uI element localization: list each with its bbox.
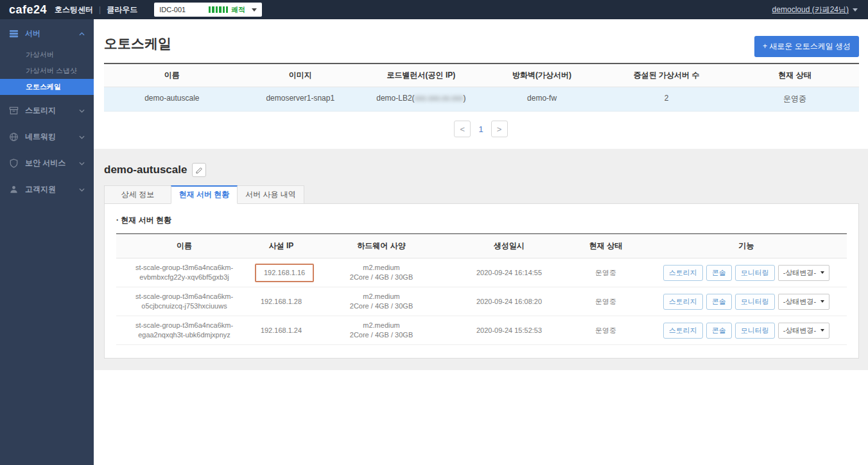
sidebar-item-label: 보안 서비스 [25,158,65,169]
console-button[interactable]: 콘솔 [706,323,732,339]
monitoring-button[interactable]: 모니터링 [735,265,775,281]
chevron-down-icon [79,162,85,165]
col-loadbalancer: 로드밸런서(공인 IP) [361,64,482,87]
cell-private-ip: 192.168.1.24 [252,321,310,340]
rename-button[interactable] [192,163,206,177]
detail-tabs: 상세 정보 현재 서버 현황 서버 사용 내역 [104,185,859,203]
cell-name: st-scale-group-t3m6a4nca6km-evbmbxcfg22y… [116,258,252,287]
monitoring-button[interactable]: 모니터링 [735,323,775,339]
topbar: cafe24 호스팅센터 | 클라우드 IDC-001 쾌적 democloud… [0,0,868,19]
main-content: 오토스케일 + 새로운 오토스케일 생성 이름 이미지 로드밸런서(공인 IP)… [94,19,868,465]
cell-created: 2020-09-24 16:14:55 [453,264,566,282]
sidebar-item-server[interactable]: 서버 [0,19,94,47]
chevron-down-icon [252,8,257,12]
cell-hardware: m2.medium2Core / 4GB / 30GB [310,316,453,344]
chevron-up-icon [79,32,85,36]
cell-created: 2020-09-24 16:08:20 [453,292,566,311]
cell-functions: 스토리지 콘솔 모니터링 -상태변경- [646,318,847,343]
idc-zone-select[interactable]: IDC-001 쾌적 [154,3,262,17]
hw-type: m2.medium [363,321,399,329]
chevron-down-icon [79,135,85,139]
topbar-divider: | [99,5,101,14]
sidebar-item-customer-support[interactable]: 고객지원 [0,176,94,203]
server-table: 이름 사설 IP 하드웨어 사양 생성일시 현재 상태 기능 st-scale-… [116,233,847,345]
sidebar-item-virtual-server-snapshot[interactable]: 가상서버 스냅샷 [0,63,94,79]
sidebar: 서버 가상서버 가상서버 스냅샷 오토스케일 스토리지 네트워킹 보안 서비스 [0,19,94,465]
hosting-center-link[interactable]: 호스팅센터 [55,4,93,15]
autoscale-table: 이름 이미지 로드밸런서(공인 IP) 방화벽(가상서버) 증설된 가상서버 수… [104,63,859,112]
tab-panel: · 현재 서버 현황 이름 사설 IP 하드웨어 사양 생성일시 현재 상태 기… [104,203,859,359]
hw-spec: 2Core / 4GB / 30GB [350,273,413,281]
col-name: 이름 [104,64,240,87]
monitoring-button[interactable]: 모니터링 [735,294,775,310]
sidebar-item-virtual-server[interactable]: 가상서버 [0,47,94,63]
cell-name: demo-autuscale [104,87,240,111]
status-change-label: -상태변경- [783,297,816,307]
person-icon [9,185,19,194]
chevron-down-icon [820,300,824,303]
col-hardware: 하드웨어 사양 [310,234,453,258]
server-name-line2: o5cjbcnuizcq-j753hxciuuws [141,302,227,310]
server-name-line2: evbmbxcfg22y-xqv6bf5gxb3j [139,273,229,281]
detail-title: demo-autuscale [104,164,187,176]
storage-button[interactable]: 스토리지 [663,294,703,310]
current-page[interactable]: 1 [478,124,483,134]
account-label: democloud (카페24님) [772,4,849,15]
storage-button[interactable]: 스토리지 [663,323,703,339]
detail-section: demo-autuscale 상세 정보 현재 서버 현황 서버 사용 내역 ·… [94,149,868,370]
sidebar-item-label: 고객지원 [25,184,56,195]
console-button[interactable]: 콘솔 [706,265,732,281]
col-status: 현재 상태 [731,64,859,87]
server-name-line2: egaa2nqxqh3t-ubk6dmjxpnyz [138,331,230,339]
server-name-line1: st-scale-group-t3m6a4nca6km- [135,292,233,300]
server-row: st-scale-group-t3m6a4nca6km-egaa2nqxqh3t… [116,316,847,345]
server-row: st-scale-group-t3m6a4nca6km-o5cjbcnuizcq… [116,287,847,316]
create-autoscale-button[interactable]: + 새로운 오토스케일 생성 [754,36,859,57]
cell-loadbalancer: demo-LB2(xxx.xxx.xx.xxx) [361,87,482,111]
cell-status: 운영중 [731,87,859,111]
server-name-line1: st-scale-group-t3m6a4nca6km- [135,321,233,329]
cell-status: 운영중 [566,321,646,340]
pencil-icon [196,167,203,174]
col-image: 이미지 [240,64,361,87]
cell-functions: 스토리지 콘솔 모니터링 -상태변경- [646,260,847,285]
cell-functions: 스토리지 콘솔 모니터링 -상태변경- [646,289,847,314]
cell-firewall: demo-fw [482,87,602,111]
server-submenu: 가상서버 가상서버 스냅샷 오토스케일 [0,47,94,97]
console-button[interactable]: 콘솔 [706,294,732,310]
autoscale-table-header: 이름 이미지 로드밸런서(공인 IP) 방화벽(가상서버) 증설된 가상서버 수… [104,64,859,87]
account-menu[interactable]: democloud (카페24님) [772,4,858,15]
sidebar-item-networking[interactable]: 네트워킹 [0,124,94,150]
status-change-label: -상태변경- [783,326,816,335]
hw-spec: 2Core / 4GB / 30GB [350,331,413,339]
cloud-link[interactable]: 클라우드 [107,4,137,15]
status-change-select[interactable]: -상태변경- [778,323,829,339]
col-private-ip: 사설 IP [252,234,310,258]
status-change-select[interactable]: -상태변경- [778,265,829,281]
lb-name: demo-LB2( [376,94,414,103]
prev-page-button[interactable]: < [454,121,471,137]
autoscale-table-row[interactable]: demo-autuscale demoserver1-snap1 demo-LB… [104,87,859,112]
next-page-button[interactable]: > [491,121,508,137]
col-scaled-count: 증설된 가상서버 수 [602,64,731,87]
sidebar-item-security-service[interactable]: 보안 서비스 [0,150,94,176]
hw-type: m2.medium [363,292,399,300]
tab-usage-history[interactable]: 서버 사용 내역 [238,185,304,204]
storage-button[interactable]: 스토리지 [663,265,703,281]
cell-name: st-scale-group-t3m6a4nca6km-o5cjbcnuizcq… [116,287,252,316]
sidebar-item-storage[interactable]: 스토리지 [0,97,94,124]
page-header: 오토스케일 + 새로운 오토스케일 생성 [104,35,859,63]
server-icon [9,29,19,38]
tab-current-servers[interactable]: 현재 서버 현황 [171,185,238,204]
cafe24-logo[interactable]: cafe24 [9,3,47,17]
col-functions: 기능 [646,234,847,258]
sidebar-item-autoscale[interactable]: 오토스케일 [0,79,94,95]
tab-detail-info[interactable]: 상세 정보 [104,185,171,204]
status-change-select[interactable]: -상태변경- [778,294,829,310]
idc-zone-label: IDC-001 [159,6,209,13]
pagination: < 1 > [94,121,868,137]
cell-private-ip: 192.168.1.16 [252,259,310,287]
page-title: 오토스케일 [104,35,859,53]
col-firewall: 방화벽(가상서버) [482,64,602,87]
col-status: 현재 상태 [566,234,646,258]
